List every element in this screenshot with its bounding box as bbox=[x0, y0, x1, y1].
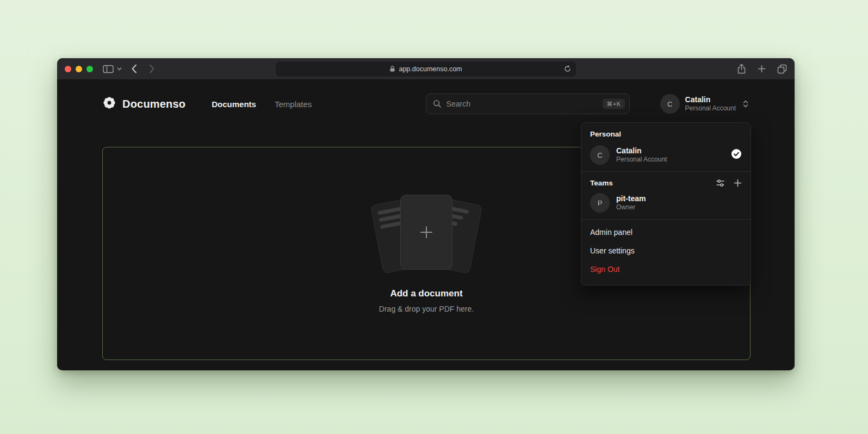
team-item[interactable]: P pit-team Owner bbox=[581, 189, 751, 219]
app-page: Documenso Documents Templates ⌘+K C bbox=[57, 80, 795, 370]
app-header: Documenso Documents Templates ⌘+K C bbox=[102, 93, 749, 115]
search-box[interactable]: ⌘+K bbox=[426, 94, 630, 114]
account-dropdown-menu: Personal C Catalin Personal Account Team bbox=[581, 122, 751, 286]
search-icon bbox=[433, 100, 442, 108]
menu-item-user-settings[interactable]: User settings bbox=[581, 241, 751, 260]
url-text: app.documenso.com bbox=[399, 65, 462, 73]
tab-overview-icon[interactable] bbox=[777, 64, 787, 74]
toolbar-right-actions bbox=[737, 64, 787, 74]
account-subtitle: Personal Account bbox=[685, 104, 736, 113]
share-icon[interactable] bbox=[737, 64, 746, 74]
personal-text: Catalin Personal Account bbox=[616, 146, 667, 164]
forward-icon bbox=[149, 64, 154, 73]
personal-name: Catalin bbox=[616, 146, 667, 156]
main-nav: Documents Templates bbox=[212, 100, 312, 109]
brand-name: Documenso bbox=[122, 98, 185, 110]
account-name: Catalin bbox=[685, 95, 736, 105]
account-menu-button[interactable]: C Catalin Personal Account bbox=[660, 94, 749, 114]
account-text: Catalin Personal Account bbox=[685, 95, 736, 113]
dropzone-title: Add a document bbox=[390, 288, 462, 299]
team-avatar: P bbox=[590, 193, 610, 213]
new-tab-icon[interactable] bbox=[758, 65, 766, 73]
minimize-window-button[interactable] bbox=[76, 66, 82, 72]
search-shortcut-badge: ⌘+K bbox=[603, 99, 624, 109]
dropzone-subtitle: Drag & drop your PDF here. bbox=[379, 305, 474, 313]
personal-subtitle: Personal Account bbox=[616, 156, 667, 164]
brand[interactable]: Documenso bbox=[102, 96, 185, 112]
fullscreen-window-button[interactable] bbox=[86, 66, 93, 72]
window-controls bbox=[65, 66, 93, 72]
close-window-button[interactable] bbox=[65, 66, 71, 72]
manage-teams-icon[interactable] bbox=[716, 178, 725, 188]
selected-check-icon bbox=[731, 148, 742, 162]
back-icon[interactable] bbox=[132, 64, 137, 73]
team-role: Owner bbox=[616, 203, 646, 212]
personal-avatar: C bbox=[590, 145, 610, 165]
account-avatar: C bbox=[660, 94, 680, 114]
chevrons-up-down-icon bbox=[742, 100, 749, 108]
nav-documents[interactable]: Documents bbox=[212, 100, 256, 109]
refresh-icon[interactable] bbox=[564, 65, 571, 72]
documenso-logo-icon bbox=[102, 96, 116, 112]
search-input[interactable] bbox=[447, 100, 629, 108]
documents-illustration bbox=[367, 194, 486, 275]
menu-actions: Admin panel User settings Sign Out bbox=[581, 220, 751, 283]
plus-icon bbox=[418, 224, 435, 240]
sidebar-toggle-icon[interactable] bbox=[103, 65, 114, 73]
team-text: pit-team Owner bbox=[616, 194, 646, 212]
browser-window: app.documenso.com bbox=[57, 58, 795, 370]
document-card-center bbox=[400, 195, 452, 270]
team-name: pit-team bbox=[616, 194, 646, 203]
chevron-down-icon[interactable] bbox=[117, 67, 122, 71]
lock-icon bbox=[389, 66, 395, 72]
address-bar[interactable]: app.documenso.com bbox=[276, 61, 576, 76]
personal-account-item[interactable]: C Catalin Personal Account bbox=[581, 141, 751, 171]
menu-item-sign-out[interactable]: Sign Out bbox=[581, 260, 751, 278]
teams-section-label: Teams bbox=[590, 179, 613, 187]
teams-section-header: Teams bbox=[581, 172, 751, 189]
add-team-icon[interactable] bbox=[734, 179, 742, 187]
browser-toolbar: app.documenso.com bbox=[57, 58, 795, 80]
menu-item-admin-panel[interactable]: Admin panel bbox=[581, 223, 751, 241]
nav-templates[interactable]: Templates bbox=[275, 100, 312, 109]
personal-section-label: Personal bbox=[581, 123, 751, 141]
